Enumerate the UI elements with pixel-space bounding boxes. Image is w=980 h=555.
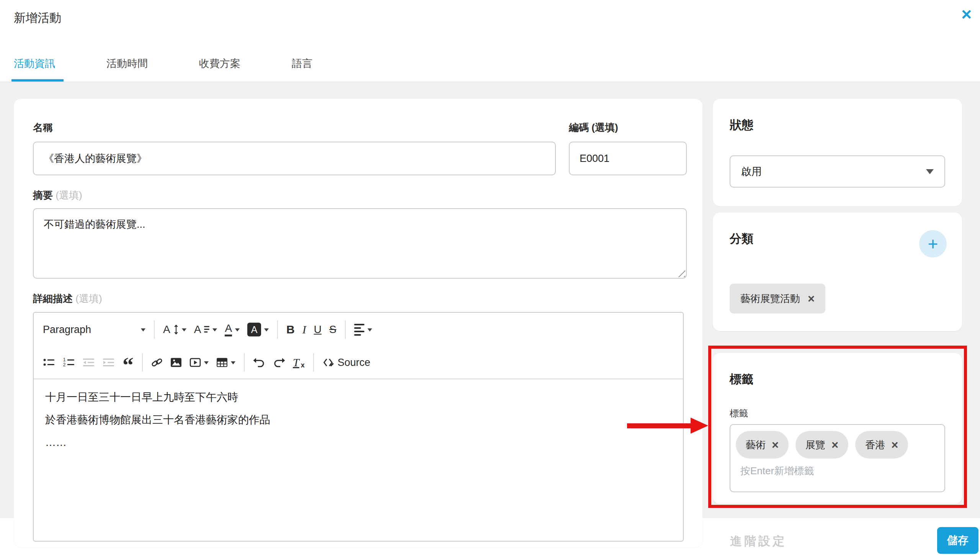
bulleted-list-icon — [43, 357, 55, 367]
editor-paragraph: …… — [45, 434, 671, 450]
underline-button[interactable]: U — [310, 318, 325, 341]
chevron-down-icon — [141, 328, 145, 334]
svg-text:2: 2 — [63, 362, 66, 367]
editor-paragraph: 於香港藝術博物館展出三十名香港藝術家的作品 — [45, 412, 671, 428]
underline-icon: U — [314, 323, 322, 336]
rich-text-editor: Paragraph A A — [33, 312, 684, 542]
toolbar-separator — [154, 320, 155, 339]
tab-event-time[interactable]: 活動時間 — [106, 50, 179, 82]
summary-textarea[interactable]: 不可錯過的藝術展覽... — [33, 208, 687, 279]
paragraph-dropdown[interactable]: Paragraph — [39, 318, 149, 341]
redo-icon — [273, 357, 285, 368]
insert-image-button[interactable] — [167, 351, 186, 374]
tags-title: 標籤 — [730, 371, 753, 387]
remove-format-button[interactable]: T x — [289, 351, 309, 374]
tag-chip: 藝術 × — [736, 431, 789, 459]
chevron-down-icon — [231, 361, 235, 367]
indent-button[interactable] — [99, 351, 119, 374]
status-title: 狀態 — [730, 117, 753, 133]
code-input[interactable] — [569, 142, 687, 175]
numbered-list-button[interactable]: 1 2 — [59, 351, 79, 374]
tag-input[interactable] — [740, 465, 936, 477]
tag-chip-label: 展覽 — [805, 438, 825, 452]
description-optional-hint: (選填) — [75, 293, 102, 304]
bulleted-list-button[interactable] — [39, 351, 59, 374]
toolbar-separator — [313, 353, 314, 372]
remove-category-icon[interactable]: × — [808, 293, 815, 305]
editor-toolbar-row1: Paragraph A A — [34, 313, 683, 346]
tags-card: 標籤 標籤 藝術 × 展覽 × 香港 × — [713, 353, 962, 504]
toolbar-separator — [142, 353, 143, 372]
tag-chip: 香港 × — [855, 431, 908, 459]
name-label: 名稱 — [33, 121, 53, 134]
new-event-modal: 新增活動 × 活動資訊 活動時間 收費方案 語言 進階設定 儲存 名稱 編碼 (… — [0, 0, 980, 555]
outdent-icon — [83, 357, 95, 367]
source-button[interactable]: Source — [318, 351, 374, 374]
insert-table-button[interactable] — [212, 351, 239, 374]
font-background-color-icon: A — [247, 323, 261, 336]
link-icon — [151, 357, 163, 368]
category-title: 分類 — [730, 231, 753, 247]
source-button-label: Source — [338, 357, 371, 369]
remove-format-icon: T — [293, 356, 299, 369]
chevron-down-icon — [212, 328, 217, 334]
save-button[interactable]: 儲存 — [937, 527, 978, 554]
blockquote-icon: “ — [122, 355, 134, 370]
font-color-button[interactable]: A — [221, 318, 243, 341]
undo-button[interactable] — [249, 351, 269, 374]
media-embed-button[interactable] — [186, 351, 212, 374]
updown-arrow-icon — [173, 324, 179, 335]
chevron-down-icon — [182, 328, 186, 334]
description-label-text: 詳細描述 — [33, 293, 73, 304]
remove-tag-icon[interactable]: × — [831, 439, 838, 451]
tab-language[interactable]: 語言 — [292, 50, 344, 82]
tag-chip-label: 藝術 — [746, 438, 766, 452]
modal-header: 新增活動 × — [0, 0, 980, 50]
image-icon — [170, 357, 182, 368]
remove-format-x: x — [301, 361, 305, 369]
editor-toolbar-row2: 1 2 “ — [34, 346, 683, 379]
link-button[interactable] — [147, 351, 167, 374]
status-select[interactable]: 啟用 — [730, 155, 945, 188]
table-icon — [216, 357, 228, 368]
blockquote-button[interactable]: “ — [119, 351, 137, 374]
advanced-settings-label[interactable]: 進階設定 — [730, 533, 787, 549]
chevron-down-icon — [204, 361, 209, 367]
font-size-icon: A — [163, 323, 170, 336]
numbered-list-icon: 1 2 — [63, 357, 75, 367]
alignment-button[interactable] — [350, 318, 376, 341]
toolbar-separator — [345, 320, 346, 339]
outdent-button[interactable] — [79, 351, 99, 374]
strikethrough-button[interactable]: S — [325, 318, 340, 341]
tag-chip: 展覽 × — [795, 431, 848, 459]
status-selected-value: 啟用 — [741, 165, 762, 178]
summary-optional-hint: (選填) — [56, 189, 82, 201]
bold-button[interactable]: B — [283, 318, 299, 341]
strikethrough-icon: S — [329, 323, 336, 336]
font-size-button[interactable]: A — [159, 318, 190, 341]
italic-button[interactable]: I — [299, 318, 310, 341]
summary-label: 摘要 (選填) — [33, 189, 82, 202]
name-input[interactable] — [33, 142, 556, 175]
font-color-icon: A — [225, 323, 232, 336]
tab-event-info[interactable]: 活動資訊 — [14, 50, 87, 82]
tag-chip-row: 藝術 × 展覽 × 香港 × — [736, 431, 939, 459]
close-icon[interactable]: × — [961, 5, 972, 23]
category-chip: 藝術展覽活動 × — [730, 284, 825, 313]
code-label: 編碼 (選填) — [569, 121, 618, 134]
source-code-icon — [322, 357, 335, 368]
dropdown-caret-icon — [926, 169, 934, 178]
remove-tag-icon[interactable]: × — [891, 439, 898, 451]
font-background-color-button[interactable]: A — [243, 318, 273, 341]
tab-pricing-plan[interactable]: 收費方案 — [199, 50, 272, 82]
redo-button[interactable] — [269, 351, 289, 374]
undo-icon — [253, 357, 265, 368]
tags-input-container[interactable]: 藝術 × 展覽 × 香港 × — [730, 424, 945, 492]
page-title: 新增活動 — [14, 10, 61, 26]
description-label: 詳細描述 (選填) — [33, 292, 102, 305]
editor-content[interactable]: 十月一日至三十一日早上九時至下午六時 於香港藝術博物館展出三十名香港藝術家的作品… — [34, 379, 683, 467]
font-family-button[interactable]: A — [190, 318, 221, 341]
status-card: 狀態 啟用 — [713, 99, 962, 206]
remove-tag-icon[interactable]: × — [772, 439, 779, 451]
add-category-button[interactable]: + — [919, 230, 947, 258]
